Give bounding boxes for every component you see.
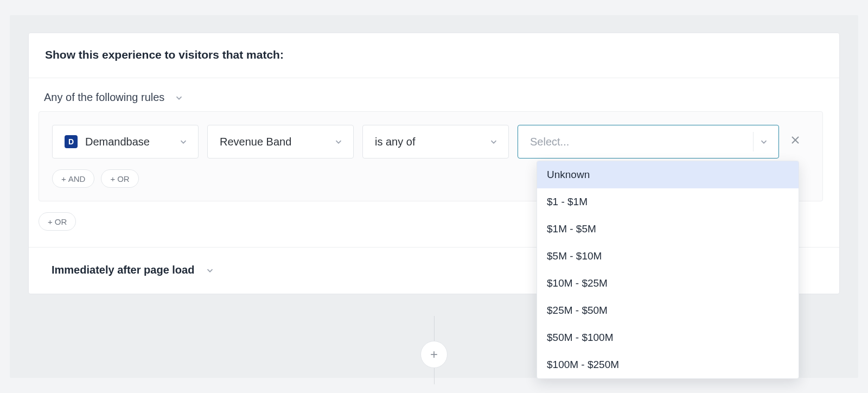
remove-rule-button[interactable]: [788, 134, 803, 149]
plus-icon: +: [61, 174, 66, 183]
chevron-down-icon: [334, 137, 343, 147]
add-group-or-button[interactable]: + OR: [39, 212, 76, 231]
add-step-button[interactable]: +: [420, 341, 448, 368]
field-select[interactable]: Revenue Band: [207, 125, 354, 159]
dropdown-option[interactable]: $25M - $50M: [537, 297, 799, 324]
page-background: Show this experience to visitors that ma…: [10, 15, 858, 378]
chevron-down-icon: [205, 265, 215, 275]
integration-select[interactable]: D Demandbase: [52, 125, 199, 159]
rule-group: D Demandbase Revenue Band: [39, 111, 823, 201]
rule-row: D Demandbase Revenue Band: [52, 125, 809, 159]
dropdown-option[interactable]: Unknown: [537, 161, 799, 188]
chevron-down-icon: [759, 137, 769, 147]
match-mode-select[interactable]: Any of the following rules: [39, 91, 823, 104]
dropdown-option[interactable]: $1M - $5M: [537, 215, 799, 243]
chevron-down-icon: [178, 137, 188, 147]
and-label: AND: [68, 174, 86, 183]
plus-icon: +: [48, 217, 53, 226]
demandbase-icon: D: [65, 135, 78, 148]
operator-select[interactable]: is any of: [362, 125, 509, 159]
value-select[interactable]: Select...: [518, 125, 779, 159]
connector-line: [434, 368, 435, 384]
close-icon: [790, 135, 801, 149]
plus-icon: +: [430, 347, 438, 362]
dropdown-option[interactable]: $50M - $100M: [537, 324, 799, 351]
plus-icon: +: [110, 174, 115, 183]
rules-section: Any of the following rules D Demandbase: [29, 78, 839, 248]
dropdown-option[interactable]: $10M - $25M: [537, 270, 799, 297]
flow-connector: +: [420, 316, 448, 384]
card-header: Show this experience to visitors that ma…: [29, 33, 839, 78]
value-placeholder: Select...: [530, 136, 569, 148]
or-label: OR: [55, 217, 67, 226]
card-title: Show this experience to visitors that ma…: [45, 48, 823, 61]
timing-label: Immediately after page load: [52, 264, 194, 276]
or-label: OR: [117, 174, 130, 183]
integration-label: Demandbase: [85, 136, 150, 148]
dropdown-option[interactable]: $100M - $250M: [537, 351, 799, 378]
chevron-down-icon: [489, 137, 499, 147]
add-and-button[interactable]: + AND: [52, 169, 94, 188]
rules-card: Show this experience to visitors that ma…: [28, 33, 840, 294]
add-or-button[interactable]: + OR: [101, 169, 138, 188]
chevron-down-icon: [174, 93, 184, 103]
dropdown-option[interactable]: $1 - $1M: [537, 188, 799, 215]
match-mode-label: Any of the following rules: [44, 91, 164, 104]
connector-line: [434, 316, 435, 341]
dropdown-option[interactable]: $5M - $10M: [537, 243, 799, 270]
field-label: Revenue Band: [220, 136, 291, 148]
operator-label: is any of: [375, 136, 415, 148]
value-dropdown: Unknown$1 - $1M$1M - $5M$5M - $10M$10M -…: [537, 161, 799, 379]
